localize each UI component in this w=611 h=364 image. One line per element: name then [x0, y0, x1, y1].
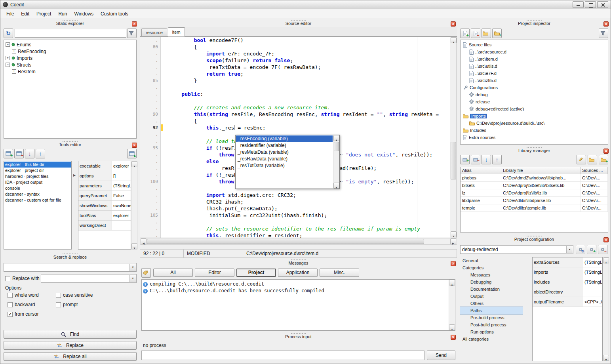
tree-item-src-item-d[interactable]: ..\src\item.d [461, 55, 608, 63]
replace-button[interactable]: Replace [4, 341, 137, 350]
tab-resource[interactable]: resource [141, 29, 167, 36]
scroll-down-button[interactable] [333, 183, 339, 189]
replace-with-checkbox[interactable]: Replace with [5, 276, 40, 281]
code-line[interactable]: . [140, 84, 457, 91]
completion-item[interactable]: _resRawData (variable) [236, 156, 333, 162]
menu-item-file[interactable]: File [3, 10, 17, 18]
messages-tab-application[interactable]: Application [278, 269, 318, 277]
code-line[interactable]: . // sets the resource identifier to the… [140, 225, 457, 232]
tool-list-item[interactable]: dscanner - custom opt for file [4, 197, 71, 203]
tool-list-item[interactable]: dscanner - syntax [4, 191, 71, 197]
checkbox[interactable] [8, 293, 13, 298]
remove-tool-button[interactable] [14, 149, 24, 158]
tree-item-configurations[interactable]: Configurations [461, 84, 608, 91]
dropdown-arrow-icon[interactable] [129, 275, 136, 282]
panel-grip[interactable] [291, 20, 306, 21]
add-configuration-button[interactable] [587, 245, 596, 254]
code-line[interactable]: . _resTxtData = encode_7F(_resRawData); [140, 64, 457, 71]
property-value[interactable]: (TStringL [583, 277, 602, 287]
checkbox-backward[interactable]: backward [8, 302, 35, 307]
scroll-down-button[interactable] [449, 324, 455, 330]
move-tool-up-button[interactable]: ↑ [36, 149, 45, 158]
code-line[interactable]: 80 { [140, 44, 457, 50]
remove-library-button[interactable] [471, 155, 480, 164]
code-line[interactable]: 92 this._res = resEnc; [140, 124, 457, 131]
code-line[interactable]: . /// creates and encodes a new resource… [140, 104, 457, 111]
code-line[interactable]: . CRC32 ihash; [140, 198, 457, 205]
execute-tool-button[interactable] [127, 149, 137, 158]
property-row[interactable]: executableexplorer [78, 161, 131, 171]
checkbox[interactable] [8, 302, 13, 307]
code-line[interactable]: . scope(failure) return false; [140, 57, 457, 64]
library-row[interactable]: libdparseC:\Dev\dlibs\libdparse.libC:\De… [461, 197, 608, 204]
move-library-up-button[interactable]: ↑ [492, 155, 502, 164]
menu-item-project[interactable]: Project [33, 10, 55, 18]
category-categories[interactable]: Categories [460, 264, 523, 271]
category-general[interactable]: General [460, 257, 523, 264]
panel-grip[interactable] [291, 259, 306, 260]
symbol-search-input[interactable] [15, 29, 126, 38]
editor-vertical-scrollbar[interactable] [450, 37, 457, 238]
scrollbar-thumb[interactable] [451, 142, 456, 179]
add-library-folder-button[interactable] [599, 155, 608, 164]
library-row[interactable]: templeC:\Dev\dlibs\temple.libC:\Dev\r... [461, 204, 608, 212]
code-line[interactable]: . import std.digest.crc: CRC32; [140, 192, 457, 198]
expander-icon[interactable]: − [6, 63, 10, 67]
add-tool-button[interactable] [4, 149, 13, 158]
tree-item-debug[interactable]: debug [461, 91, 608, 98]
property-row[interactable]: outputFilename<CPP>..\ [533, 297, 602, 307]
menu-item-run[interactable]: Run [55, 10, 70, 18]
open-folder-button[interactable] [482, 29, 491, 38]
tool-list-item[interactable]: console [4, 185, 71, 191]
maximize-button[interactable] [585, 1, 596, 8]
message-row[interactable]: iC:\...\build\resource.d.coedit has been… [142, 288, 455, 294]
property-row[interactable]: extraSources(TStringL [533, 257, 602, 267]
tool-list-item[interactable]: explorer - this file dir [4, 162, 71, 168]
category-run-options[interactable]: Run options [460, 328, 523, 335]
tree-item-extra-sources[interactable]: Extra sources [461, 134, 608, 141]
messages-tab-all[interactable]: All [153, 269, 193, 277]
checkbox[interactable]: ✓ [8, 312, 13, 317]
tool-list-item[interactable]: IDA - project output [4, 179, 71, 185]
move-library-down-button[interactable]: ↓ [482, 155, 491, 164]
tree-item-imports[interactable]: +Imports [4, 55, 136, 61]
expander-icon[interactable]: + [12, 69, 16, 74]
checkbox[interactable] [56, 293, 61, 298]
search-term-combo[interactable] [4, 263, 137, 272]
close-panel-button[interactable]: × [132, 143, 137, 148]
scroll-up-button[interactable] [449, 280, 455, 286]
close-panel-button[interactable]: × [603, 149, 609, 154]
tree-item-resitem[interactable]: +ResItem [4, 68, 136, 75]
dropdown-arrow-icon[interactable] [566, 246, 573, 253]
scroll-up-button[interactable] [131, 161, 137, 167]
tree-item-structs[interactable]: −Structs [4, 61, 136, 68]
messages-tab-editor[interactable]: Editor [195, 269, 234, 277]
filter-project-button[interactable] [599, 29, 608, 38]
tree-item-includes[interactable]: Includes [461, 127, 608, 134]
panel-grip[interactable] [527, 20, 542, 21]
property-value[interactable]: swoNone [112, 201, 131, 210]
tool-list-item[interactable]: harbored - project files [4, 173, 71, 179]
category-documentation[interactable]: Documentation [460, 286, 523, 293]
refresh-button[interactable]: ↻ [4, 29, 13, 38]
messages-scrollbar[interactable] [449, 280, 455, 330]
titlebar[interactable]: Coedit [0, 0, 611, 9]
configuration-select[interactable]: debug-redirected [460, 245, 573, 254]
category-debugging[interactable]: Debugging [460, 278, 523, 286]
scroll-down-button[interactable] [451, 231, 457, 237]
editor-horizontal-scrollbar[interactable] [140, 238, 457, 245]
tree-item-release[interactable]: release [461, 98, 608, 105]
property-row[interactable]: objectDirectory [533, 287, 602, 297]
code-line[interactable]: 85 } [140, 77, 457, 84]
close-panel-button[interactable]: × [451, 335, 456, 340]
panel-grip[interactable] [291, 333, 306, 334]
library-row[interactable]: phobosC:\Dev\dmd2\windows\lib\phob...C:\… [461, 174, 608, 182]
library-row[interactable]: bitsetsC:\Dev\dproj\bitSet\lib\bitsets.l… [461, 182, 608, 189]
scroll-down-button[interactable] [131, 243, 137, 249]
property-row[interactable]: options[] [78, 171, 131, 181]
tree-item-enums[interactable]: −Enums [4, 41, 136, 48]
code-line[interactable]: . ihash.put(_resRawData); [140, 205, 457, 212]
property-value[interactable]: False [112, 191, 131, 200]
tool-list-item[interactable]: explorer - project dir [4, 168, 71, 173]
property-value[interactable]: (TStringL [583, 267, 602, 277]
